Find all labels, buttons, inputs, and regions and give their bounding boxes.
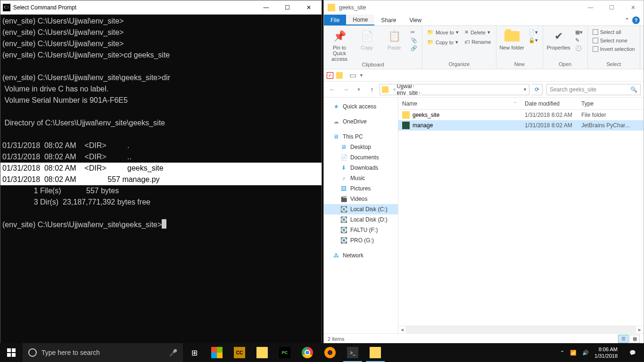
taskbar-clock[interactable]: 8:06 AM 1/31/2018 [594,346,618,359]
ribbon-collapse-icon[interactable]: ⌃ [625,17,629,24]
store-icon [211,347,223,358]
minimize-button[interactable]: — [256,0,277,15]
tab-share[interactable]: Share [374,15,403,25]
file-row[interactable]: manage1/31/2018 8:02 AMJetBrains PyChar.… [398,120,644,131]
tray-chevron-icon[interactable]: ⌃ [560,350,564,356]
group-organize: Organize [425,61,493,68]
task-view-button[interactable]: ⊞ [183,343,206,362]
microphone-icon[interactable]: 🎤 [169,349,177,356]
address-bar[interactable]: « Users ›Ujjwal ›env_site ›geeks_site › … [380,84,529,95]
file-list[interactable]: geeks_site1/31/2018 8:02 AMFile folderma… [398,110,644,326]
taskbar-app-cc[interactable]: CC [228,343,251,362]
copy-button[interactable]: 📄 Copy [354,29,380,50]
taskbar-search[interactable]: Type here to search 🎤 [23,343,183,362]
minimize-button[interactable]: — [580,1,601,14]
rename-button[interactable]: 🏷 Rename [462,39,493,45]
cmd-title: Select Command Prompt [13,4,256,11]
breadcrumb-item[interactable]: Ujjwal › [397,84,427,90]
nav-videos[interactable]: 🎬Videos [324,194,398,204]
easy-access-icon[interactable]: 🔓▾ [527,37,540,44]
drive-icon: 💽 [340,237,347,244]
desktop-icon: 🖥 [340,143,347,151]
breadcrumb-item[interactable]: env_site › [397,90,427,95]
nav-f-drive[interactable]: 💽FALTU (F:) [324,225,398,235]
taskbar-app-explorer[interactable] [251,343,273,362]
folder-icon[interactable] [336,72,343,79]
history-icon[interactable]: 🕘 [573,45,585,52]
select-none-button[interactable]: Select none [591,37,637,44]
qat-view-icon[interactable]: ▭ [349,71,356,80]
paste-button[interactable]: 📋 Paste [381,29,407,50]
edit-icon[interactable]: ✎ [573,37,585,44]
col-name[interactable]: Name⌃ [398,100,521,107]
cmd-output[interactable]: (env_site) C:\Users\Ujjwal\env_site>(env… [0,15,322,344]
qat-checkbox-icon[interactable]: ✓ [327,72,333,79]
move-to-button[interactable]: 📁 Move to ▾ [425,29,461,36]
tab-view[interactable]: View [403,15,428,25]
search-icon: 🔍 [630,86,637,93]
nav-pictures[interactable]: 🖼Pictures [324,183,398,194]
forward-button[interactable]: → [340,84,351,95]
start-button[interactable] [0,343,23,362]
up-button[interactable]: ↑ [366,84,378,95]
notifications-button[interactable]: 💬 [623,343,642,362]
properties-button[interactable]: ✔ Properties [546,29,571,50]
explorer-titlebar[interactable]: geeks_site — ☐ ✕ [324,0,644,15]
nav-this-pc[interactable]: 🖥This PC [324,132,398,142]
paste-shortcut-icon[interactable]: 🔗 [409,45,419,52]
explorer-title: geeks_site [339,4,366,11]
details-view-button[interactable]: ☰ [618,335,628,343]
volume-icon[interactable]: 🔊 [582,350,589,356]
invert-selection-button[interactable]: Invert selection [591,46,637,52]
qat-dropdown-icon[interactable]: ▼ [359,73,363,78]
nav-documents[interactable]: 📄Documents [324,152,398,163]
horizontal-scrollbar[interactable]: ◄► [398,326,644,333]
copy-to-button[interactable]: 📁 Copy to ▾ [425,39,461,46]
close-button[interactable]: ✕ [298,0,319,15]
search-input[interactable]: Search geeks_site 🔍 [546,84,641,95]
back-button[interactable]: ← [327,84,338,95]
music-icon: ♪ [340,174,347,182]
nav-c-drive[interactable]: 💽Local Disk (C:) [324,204,398,214]
taskbar-app-cmd[interactable]: >_ [341,343,364,362]
open-icon[interactable]: ▦▾ [573,29,585,36]
thumbnails-view-button[interactable]: ▦ [629,335,640,343]
taskbar-app-pycharm[interactable]: PC [273,343,296,362]
tab-home[interactable]: Home [346,15,374,25]
taskbar-app-store[interactable] [206,343,228,362]
navigation-pane[interactable]: ★Quick access ☁OneDrive 🖥This PC 🖥Deskto… [324,98,398,333]
cmd-icon: >_ [347,347,358,358]
cmd-titlebar[interactable]: C:\ Select Command Prompt — ☐ ✕ [0,0,322,15]
col-type[interactable]: Type [578,100,644,107]
select-all-button[interactable]: Select all [591,29,637,35]
tab-file[interactable]: File [324,15,346,25]
nav-music[interactable]: ♪Music [324,173,398,183]
wifi-icon[interactable]: 📶 [570,350,577,356]
col-date[interactable]: Date modified [521,100,578,107]
maximize-button[interactable]: ☐ [277,0,298,15]
help-icon[interactable]: ? [632,16,640,24]
task-view-icon: ⊞ [191,348,198,357]
nav-network[interactable]: 🖧Network [324,250,398,261]
nav-quick-access[interactable]: ★Quick access [324,101,398,112]
maximize-button[interactable]: ☐ [601,1,622,14]
taskbar-app-explorer-running[interactable] [364,343,387,362]
file-row[interactable]: geeks_site1/31/2018 8:02 AMFile folder [398,110,644,120]
pin-to-quick-access-button[interactable]: 📌 Pin to Quick access [327,29,352,62]
cut-icon[interactable]: ✂ [409,29,419,36]
copy-path-icon[interactable]: 📎 [409,37,419,44]
chevron-down-icon[interactable]: ▼ [523,87,527,92]
close-button[interactable]: ✕ [622,1,644,14]
delete-button[interactable]: ✕ Delete ▾ [462,29,493,36]
new-item-icon[interactable]: 📄▾ [527,29,540,36]
nav-downloads[interactable]: ⬇Downloads [324,163,398,173]
nav-d-drive[interactable]: 💽Local Disk (D:) [324,214,398,225]
recent-dropdown-icon[interactable]: ▼ [353,84,364,95]
taskbar-app-firefox[interactable] [319,343,341,362]
new-folder-button[interactable]: New folder [499,29,525,50]
refresh-button[interactable]: ⟳ [531,84,543,95]
nav-onedrive[interactable]: ☁OneDrive [324,116,398,127]
nav-desktop[interactable]: 🖥Desktop [324,142,398,152]
nav-g-drive[interactable]: 💽PRO (G:) [324,235,398,246]
taskbar-app-chrome[interactable] [296,343,319,362]
